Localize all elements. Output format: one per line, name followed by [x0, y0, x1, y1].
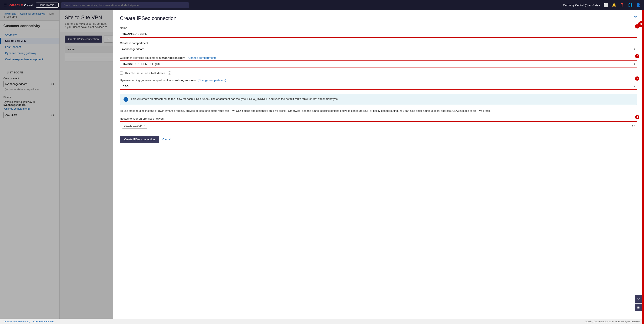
create-ipsec-submit-button[interactable]: Create IPSec connection: [120, 136, 159, 143]
bell-icon[interactable]: 🔔: [612, 3, 616, 7]
modal-header: Create IPSec connection Help: [120, 15, 637, 21]
cpe-select-wrap: TRANSIP-ONPREM-CPE (136. ⬆⬇: [120, 60, 637, 67]
cpe-form-group: Customer-premises equipment in iwanhooge…: [120, 56, 637, 67]
step-4-badge: 4: [635, 115, 639, 119]
modal-overlay: Create IPSec connection Help Name 1 Crea…: [0, 10, 644, 324]
modal-footer: Create IPSec connection Cancel: [120, 134, 637, 143]
nat-device-checkbox[interactable]: [120, 71, 123, 74]
create-ipsec-modal: Create IPSec connection Help Name 1 Crea…: [113, 10, 644, 324]
user-avatar-icon[interactable]: 👤: [636, 3, 640, 7]
help-widget-icon[interactable]: ⚙: [635, 295, 642, 303]
help-icon[interactable]: ❓: [620, 3, 624, 7]
cookies-link[interactable]: Cookie Preferences: [33, 320, 54, 323]
info-box-text: This will create an attachment to the DR…: [131, 97, 338, 102]
cpe-change-compartment-link[interactable]: (Change compartment): [188, 56, 216, 59]
step-3-badge: 3: [635, 76, 639, 81]
globe-icon[interactable]: 🌐: [628, 3, 632, 7]
page-footer: Terms of Use and Privacy Cookie Preferen…: [0, 319, 644, 324]
cpe-select[interactable]: TRANSIP-ONPREM-CPE (136.: [120, 60, 637, 67]
oracle-logo: ORACLE Cloud: [9, 3, 33, 7]
routes-form-group: Routes to your on-premises network 10.22…: [120, 117, 637, 130]
cpe-sublabel: Customer-premises equipment in iwanhooge…: [120, 56, 637, 59]
step-2-badge: 2: [635, 54, 639, 58]
footer-left: Terms of Use and Privacy Cookie Preferen…: [4, 320, 56, 323]
modal-help-link[interactable]: Help: [632, 15, 637, 18]
drg-change-compartment-link[interactable]: (Change compartment): [198, 78, 226, 82]
compartment-select-wrap: iwanhoogendoorn ⬆⬇: [120, 46, 637, 52]
terms-link[interactable]: Terms of Use and Privacy: [4, 320, 30, 323]
nat-checkbox-label[interactable]: This CPE is behind a NAT device: [124, 71, 165, 75]
drg-info-box: i This will create an attachment to the …: [120, 94, 637, 105]
red-progress-bar: [642, 10, 644, 324]
top-navigation: ☰ ORACLE Cloud Cloud Classic › Germany C…: [0, 0, 644, 10]
name-label: Name: [120, 26, 637, 29]
route-tag: 10.222.10.0/24 ×: [122, 123, 147, 129]
routing-description-text: To use static routing instead of BGP dyn…: [120, 109, 637, 113]
oracle-text: ORACLE: [9, 3, 23, 7]
region-label: Germany Central (Frankfurt): [563, 3, 598, 7]
nat-checkbox-row: This CPE is behind a NAT device i: [120, 71, 637, 75]
nav-right: Germany Central (Frankfurt) ▾ ⬜ 🔔 ❓ 🌐 👤: [563, 3, 640, 7]
terminal-icon[interactable]: ⬜: [604, 3, 608, 7]
search-input[interactable]: [61, 2, 189, 8]
info-box-icon: i: [124, 97, 128, 102]
drg-select-wrap: DRG ⬆⬇: [120, 83, 637, 90]
compartment-select[interactable]: iwanhoogendoorn: [120, 46, 637, 52]
name-form-group: Name 1: [120, 26, 637, 38]
help-sidebar: ⚙ ⊞: [635, 295, 642, 311]
compartment-form-group: Create in compartment iwanhoogendoorn ⬆⬇: [120, 41, 637, 52]
footer-copyright: © 2024, Oracle and/or its affiliates. Al…: [585, 320, 640, 323]
hamburger-menu-icon[interactable]: ☰: [4, 3, 7, 7]
route-tag-value: 10.222.10.0/24: [124, 124, 142, 127]
routes-label: Routes to your on-premises network: [120, 117, 637, 120]
route-tag-remove-icon[interactable]: ×: [144, 124, 146, 127]
drg-sublabel: Dynamic routing gateway compartment in i…: [120, 78, 637, 82]
routes-field-wrap[interactable]: 10.222.10.0/24 × ⬆⬇: [120, 121, 637, 130]
cancel-button[interactable]: Cancel: [162, 138, 171, 141]
region-selector[interactable]: Germany Central (Frankfurt) ▾: [563, 3, 600, 7]
name-input[interactable]: [120, 31, 637, 38]
nat-info-icon[interactable]: i: [168, 71, 171, 75]
cloud-classic-button[interactable]: Cloud Classic ›: [36, 2, 58, 8]
grid-widget-icon[interactable]: ⊞: [635, 304, 642, 311]
drg-form-group: Dynamic routing gateway compartment in i…: [120, 78, 637, 90]
region-chevron-icon: ▾: [599, 3, 600, 7]
routes-dropdown-arrow-icon: ⬆⬇: [632, 125, 635, 127]
cloud-text: Cloud: [24, 3, 33, 7]
step-5-badge: 5: [638, 21, 644, 27]
drg-select[interactable]: DRG: [120, 83, 637, 90]
modal-title: Create IPSec connection: [120, 15, 176, 21]
compartment-label: Create in compartment: [120, 41, 637, 45]
